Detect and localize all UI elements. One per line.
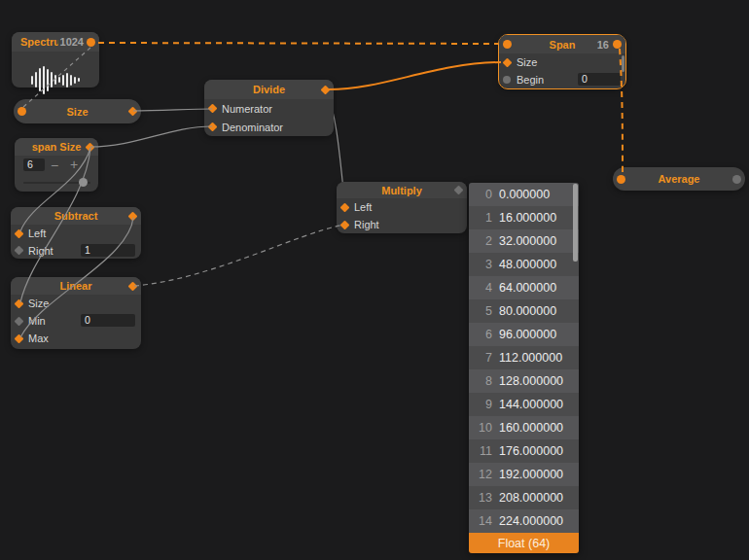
span-output-pin[interactable] <box>613 40 622 49</box>
node-span-size-title: span Size <box>32 141 82 153</box>
list-item: 7112.000000 <box>469 346 579 369</box>
node-divide-title: Divide <box>253 84 285 95</box>
span-size-pin[interactable] <box>503 57 513 67</box>
linear-output-pin[interactable] <box>128 281 138 291</box>
linear-max-label: Max <box>28 332 49 344</box>
linear-size-pin[interactable] <box>15 298 24 308</box>
subtract-right-input[interactable]: 1 <box>81 244 135 257</box>
node-size[interactable]: Size <box>14 99 141 123</box>
divide-output-pin[interactable] <box>321 85 331 94</box>
subtract-right-label: Right <box>28 245 54 257</box>
divide-denominator-label: Denominator <box>222 122 283 133</box>
node-multiply[interactable]: Multiply Left Right <box>337 182 467 233</box>
node-subtract-title: Subtract <box>54 210 98 222</box>
node-average-title: Average <box>658 173 699 185</box>
list-item: 10160.000000 <box>469 416 579 439</box>
divide-numerator-label: Numerator <box>222 103 272 115</box>
span-begin-label: Begin <box>517 74 544 86</box>
spectrum-output-pin[interactable] <box>87 38 95 47</box>
list-item: 9144.000000 <box>469 393 579 416</box>
linear-min-label: Min <box>28 315 46 327</box>
node-divide[interactable]: Divide Numerator Denominator <box>204 80 334 136</box>
multiply-right-label: Right <box>354 219 379 230</box>
average-input-pin[interactable] <box>617 175 625 184</box>
span-size-output-pin[interactable] <box>86 142 95 152</box>
list-item: 580.000000 <box>469 299 579 323</box>
node-average[interactable]: Average <box>613 167 745 191</box>
list-item: 8128.000000 <box>469 369 579 393</box>
node-span-size[interactable]: span Size 6 − + <box>15 138 98 192</box>
size-output-pin[interactable] <box>128 107 138 117</box>
node-span[interactable]: Span 16 Size Begin 0 <box>499 35 625 88</box>
linear-min-pin[interactable] <box>15 316 24 326</box>
node-spectrum-count: 1024 <box>60 36 84 48</box>
span-size-increment-button[interactable]: + <box>70 158 78 171</box>
span-size-decrement-button[interactable]: − <box>51 158 58 172</box>
list-item: 232.000000 <box>469 229 579 253</box>
list-item: 11176.000000 <box>469 439 579 463</box>
node-subtract[interactable]: Subtract Left Right 1 <box>11 207 141 259</box>
span-size-slider-thumb[interactable] <box>79 178 88 187</box>
list-item: 348.000000 <box>469 253 579 276</box>
span-input-pin[interactable] <box>503 40 512 49</box>
size-input-pin[interactable] <box>18 107 26 116</box>
node-linear-title: Linear <box>59 280 91 292</box>
list-item: 464.000000 <box>469 276 579 299</box>
spread-inspector-list: 00.000000 116.000000 232.000000 348.0000… <box>469 183 579 553</box>
list-type-badge: Float (64) <box>469 533 579 553</box>
span-begin-pin[interactable] <box>503 76 511 84</box>
node-span-count: 16 <box>597 39 609 51</box>
divide-numerator-pin[interactable] <box>208 104 218 114</box>
subtract-output-pin[interactable] <box>128 211 138 221</box>
linear-size-label: Size <box>28 298 49 309</box>
subtract-left-pin[interactable] <box>15 228 24 238</box>
list-item: 12192.000000 <box>469 463 579 486</box>
node-spectrum-title: Spectrum <box>20 36 58 48</box>
node-multiply-title: Multiply <box>381 185 422 196</box>
subtract-left-label: Left <box>28 228 46 239</box>
multiply-right-pin[interactable] <box>340 220 350 229</box>
multiply-output-pin[interactable] <box>454 186 464 195</box>
waveform-icon <box>31 63 80 96</box>
subtract-right-pin[interactable] <box>15 246 24 256</box>
list-scrollbar-thumb[interactable] <box>573 184 578 262</box>
node-linear[interactable]: Linear Size Min 0 Max <box>11 277 141 349</box>
patch-canvas[interactable]: Spectrum 1024 Size span Size 6 − + Subtr… <box>0 0 749 560</box>
span-node-scrollbar[interactable] <box>622 55 624 72</box>
linear-min-input[interactable]: 0 <box>81 314 135 327</box>
average-output-pin[interactable] <box>732 175 741 184</box>
divide-denominator-pin[interactable] <box>208 122 218 132</box>
list-item: 696.000000 <box>469 323 579 346</box>
list-item: 13208.000000 <box>469 486 579 509</box>
linear-max-pin[interactable] <box>15 333 24 343</box>
multiply-left-label: Left <box>354 201 372 213</box>
node-spectrum[interactable]: Spectrum 1024 <box>12 32 99 88</box>
list-item: 14224.000000 <box>469 509 579 533</box>
multiply-left-pin[interactable] <box>340 202 350 212</box>
list-item: 116.000000 <box>469 206 579 229</box>
node-size-title: Size <box>66 106 88 118</box>
list-item: 00.000000 <box>469 183 579 206</box>
span-size-value-input[interactable]: 6 <box>23 158 45 171</box>
node-span-title: Span <box>550 39 576 51</box>
span-size-label: Size <box>517 56 537 68</box>
span-begin-input[interactable]: 0 <box>578 73 621 86</box>
